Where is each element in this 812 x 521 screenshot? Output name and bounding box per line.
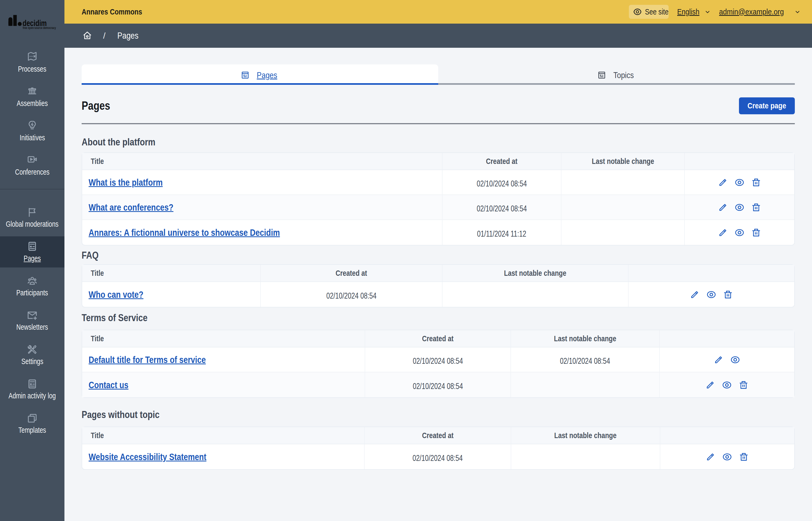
svg-text:free open-source democracy: free open-source democracy [23, 26, 56, 30]
